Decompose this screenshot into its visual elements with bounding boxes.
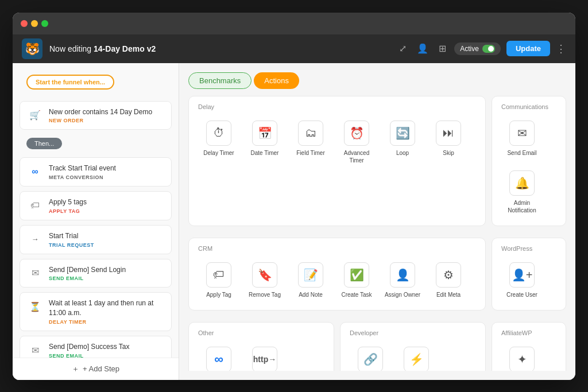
- apply-tag-label: Apply Tag: [206, 291, 231, 298]
- send-email-label: Send Email: [507, 149, 536, 157]
- list-item[interactable]: ∞ Track Start Trial event META CONVERSIO…: [20, 157, 172, 187]
- apply-tag-icon: 🏷: [206, 262, 231, 288]
- action-remove-tag[interactable]: 🔖 Remove Tag: [244, 258, 285, 303]
- delay-timer-label: Delay Timer: [203, 149, 234, 157]
- wordpress-icons-row: 👤+ Create User: [501, 258, 556, 303]
- meta-conversion-icon: ∞: [206, 347, 231, 371]
- field-timer-icon: 🗂: [298, 121, 323, 146]
- toggle-switch[interactable]: [482, 45, 495, 53]
- sidebar: Start the funnel when... 🛒 New order con…: [13, 63, 179, 380]
- action-admin-notification[interactable]: 🔔 Admin Notification: [501, 166, 543, 219]
- action-send-email[interactable]: ✉ Send Email: [501, 116, 543, 161]
- crm-section: CRM 🏷 Apply Tag 🔖 Remove Tag �: [188, 238, 486, 311]
- date-timer-label: Date Timer: [251, 149, 279, 157]
- app-logo: 🐯: [22, 38, 42, 59]
- update-button[interactable]: Update: [506, 41, 550, 56]
- action-assign-owner[interactable]: 👤 Assign Owner: [382, 258, 423, 303]
- assign-owner-icon: 👤: [390, 262, 415, 288]
- create-task-icon: ✅: [344, 262, 369, 288]
- skip-icon: ⏭: [436, 121, 461, 146]
- crm-icons-row: 🏷 Apply Tag 🔖 Remove Tag 📝 Add Note: [198, 258, 476, 303]
- action-create-affiliate[interactable]: ✦ Create Affiliate: [501, 342, 543, 371]
- expand-icon[interactable]: ⤢: [397, 41, 409, 56]
- then-button[interactable]: Then...: [26, 138, 62, 149]
- action-edit-meta[interactable]: ⚙ Edit Meta: [428, 258, 469, 303]
- add-note-label: Add Note: [299, 291, 323, 298]
- titlebar: [13, 13, 575, 34]
- tab-benchmarks[interactable]: Benchmarks: [188, 72, 252, 89]
- field-timer-label: Field Timer: [296, 149, 324, 157]
- close-button[interactable]: [21, 20, 28, 27]
- action-meta-conversion[interactable]: ∞ Meta Conversion: [198, 342, 239, 371]
- add-step-button[interactable]: ＋ + Add Step: [13, 358, 179, 380]
- date-timer-icon: 📅: [252, 121, 277, 146]
- action-field-timer[interactable]: 🗂 Field Timer: [290, 116, 331, 169]
- user-icon[interactable]: 👤: [415, 41, 431, 56]
- list-item[interactable]: ✉ Send [Demo] Send Login SEND EMAIL: [20, 259, 172, 288]
- shopping-cart-icon: 🛒: [27, 107, 43, 123]
- admin-notification-label: Admin Notification: [504, 199, 540, 214]
- app-title: Now editing 14-Day Demo v2: [49, 44, 390, 53]
- header-actions: ⤢ 👤 ⊞ Active Update ⋮: [397, 41, 566, 56]
- maximize-button[interactable]: [41, 20, 48, 27]
- action-webhook[interactable]: 🔗 Webhook: [350, 342, 391, 371]
- action-trial-request[interactable]: http→ Trial Request: [244, 342, 285, 371]
- tag-icon: 🏷: [27, 197, 43, 214]
- app-window: 🐯 Now editing 14-Day Demo v2 ⤢ 👤 ⊞ Activ…: [13, 13, 575, 380]
- sidebar-content: Start the funnel when... 🛒 New order con…: [13, 63, 179, 358]
- advanced-timer-label: Advanced Timer: [338, 149, 375, 164]
- funnel-name: 14-Day Demo v2: [94, 44, 156, 53]
- trial-icon: →: [27, 231, 43, 247]
- assign-owner-label: Assign Owner: [385, 291, 420, 298]
- action-delay-timer[interactable]: ⏱ Delay Timer: [198, 116, 239, 169]
- app-header: 🐯 Now editing 14-Day Demo v2 ⤢ 👤 ⊞ Activ…: [13, 34, 575, 63]
- action-plugin-api[interactable]: ⚡ Plugin API Action: [396, 342, 437, 371]
- start-funnel-button[interactable]: Start the funnel when...: [26, 75, 114, 90]
- create-affiliate-icon: ✦: [509, 347, 535, 371]
- other-icons-row: ∞ Meta Conversion http→ Trial Request: [198, 342, 324, 371]
- action-apply-tag[interactable]: 🏷 Apply Tag: [198, 258, 239, 303]
- list-item[interactable]: ⏳ Wait at least 1 day and then run at 11…: [20, 292, 172, 331]
- developer-section-label: Developer: [350, 329, 476, 336]
- wordpress-section-label: WordPress: [501, 245, 556, 252]
- list-item[interactable]: 🛒 New order contains 14 Day Demo NEW ORD…: [20, 101, 172, 130]
- minimize-button[interactable]: [31, 20, 38, 27]
- meta-icon: ∞: [27, 164, 43, 180]
- list-item[interactable]: → Start Trial TRIAL REQUEST: [20, 225, 172, 254]
- traffic-lights: [21, 20, 48, 27]
- list-item[interactable]: ✉ Send [Demo] Success Tax SEND EMAIL: [20, 336, 172, 357]
- skip-label: Skip: [443, 149, 454, 157]
- affiliatewp-section-label: AffiliateWP: [501, 329, 556, 336]
- action-date-timer[interactable]: 📅 Date Timer: [244, 116, 285, 169]
- create-user-icon: 👤+: [509, 262, 535, 288]
- action-add-note[interactable]: 📝 Add Note: [290, 258, 331, 303]
- status-toggle[interactable]: Active: [454, 42, 501, 55]
- affiliatewp-section: AffiliateWP ✦ Create Affiliate: [492, 322, 566, 371]
- webhook-icon: 🔗: [358, 347, 383, 371]
- wordpress-section: WordPress 👤+ Create User: [492, 238, 566, 311]
- other-section: Other ∞ Meta Conversion http→ Trial Requ…: [188, 322, 334, 371]
- tab-bar: Benchmarks Actions: [188, 72, 566, 89]
- plugin-api-icon: ⚡: [404, 347, 429, 371]
- loop-icon: 🔄: [390, 121, 415, 146]
- communications-section: Communications ✉ Send Email 🔔 Admin Noti…: [492, 96, 566, 226]
- delay-icons-row: ⏱ Delay Timer 📅 Date Timer 🗂 Field Timer: [198, 116, 476, 169]
- action-create-task[interactable]: ✅ Create Task: [336, 258, 377, 303]
- action-skip[interactable]: ⏭ Skip: [428, 116, 469, 169]
- action-loop[interactable]: 🔄 Loop: [382, 116, 423, 169]
- list-item[interactable]: 🏷 Apply 5 tags APPLY TAG: [20, 191, 172, 220]
- other-section-label: Other: [198, 329, 324, 336]
- action-advanced-timer[interactable]: ⏰ Advanced Timer: [336, 116, 377, 169]
- main-panel: Benchmarks Actions Delay ⏱ Delay Timer: [179, 63, 575, 380]
- add-note-icon: 📝: [298, 262, 323, 288]
- delay-section-label: Delay: [198, 103, 476, 110]
- more-options-icon[interactable]: ⋮: [556, 42, 566, 55]
- tab-actions[interactable]: Actions: [254, 72, 299, 89]
- communications-section-label: Communications: [501, 103, 556, 110]
- grid-icon[interactable]: ⊞: [436, 41, 448, 56]
- action-create-user[interactable]: 👤+ Create User: [501, 258, 543, 303]
- admin-notification-icon: 🔔: [509, 170, 535, 196]
- email-icon: ✉: [27, 342, 43, 357]
- timer-icon: ⏳: [27, 298, 43, 315]
- developer-section: Developer 🔗 Webhook ⚡ Plugin API Action: [340, 322, 486, 371]
